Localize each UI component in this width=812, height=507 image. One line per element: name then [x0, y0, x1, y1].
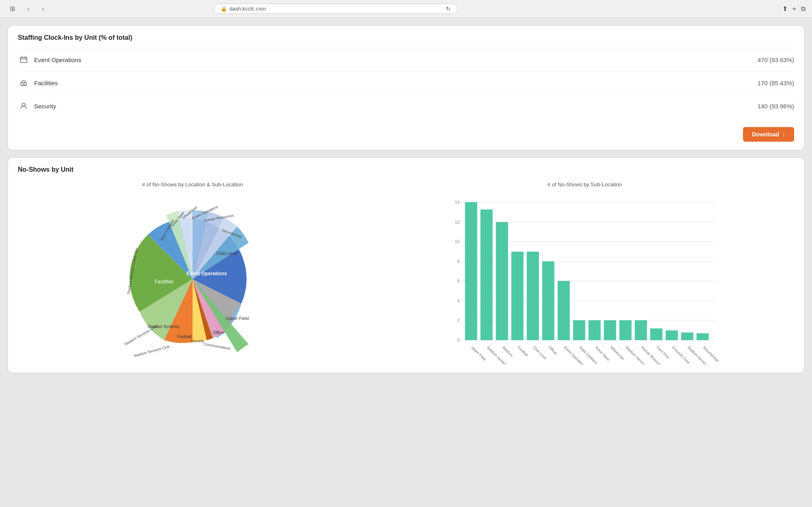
event-ops-value: 470 (93.63%) [758, 56, 794, 63]
outer-label-group-10: Communications [203, 342, 231, 351]
x-label-stadium-systems-2: Stadium [501, 345, 513, 357]
security-icon [18, 100, 29, 112]
bar-fans-first [650, 328, 662, 340]
x-label-upper-field: Upper Field [470, 345, 487, 361]
download-label: Download [752, 131, 779, 138]
bar-grounds-crew [665, 330, 678, 340]
bar-wheelchair [604, 320, 616, 340]
x-label-fans-first: Fans First [656, 345, 670, 360]
y-label-0: 0 [457, 338, 459, 343]
pie-wrapper: Club Level Upper Field Event Operations … [18, 194, 367, 365]
pie-chart-section: # of No-Shows by Location & Sub-Location [18, 181, 367, 365]
x-label-officer: Officer [548, 345, 558, 356]
bar-club-level [526, 252, 539, 340]
x-label-ticket-taker: Ticket Taker [594, 345, 611, 362]
bar-officer [542, 261, 554, 340]
url-text: dash.kccfc.com [230, 6, 266, 12]
svg-rect-0 [20, 57, 27, 63]
share-button[interactable]: ⬆ [782, 5, 788, 13]
outer-label-group-7: Stadium Services Crew [123, 324, 158, 346]
bar-stadium-systems-2 [496, 222, 508, 340]
facilities-name: Facilities [34, 80, 758, 86]
page-content: Staffing Clock-Ins by Unit (% of total) … [0, 18, 812, 389]
windows-tab-button[interactable]: ⧉ [801, 5, 806, 13]
pie-chart-subtitle: # of No-Shows by Location & Sub-Location [18, 181, 367, 188]
y-label-12: 12 [455, 220, 459, 224]
bar-event-ops [557, 281, 569, 340]
event-ops-icon [18, 54, 29, 65]
download-button[interactable]: Download ↓ [743, 127, 794, 142]
bar-chart-subtitle: # of No-Shows by Sub-Location [375, 181, 794, 188]
y-label-4: 4 [457, 298, 459, 303]
bar-stadium-services-club [619, 320, 631, 340]
reload-icon[interactable]: ↻ [446, 6, 450, 12]
staffing-row-event-ops: Event Operations 470 (93.63%) [18, 48, 794, 71]
label-upper-field: Upper Field [225, 316, 249, 321]
y-label-2: 2 [457, 318, 459, 323]
bar-upper-field [465, 202, 477, 340]
label-facilities: Facilities [154, 279, 173, 285]
x-label-club-level: Club Level [532, 345, 547, 360]
y-label-10: 10 [455, 239, 459, 244]
bar-stadium-services-field [681, 332, 693, 340]
y-label-14: 14 [455, 200, 459, 205]
label-officer: Officer [213, 330, 225, 335]
label-event-operations: Event Operations [186, 271, 227, 276]
staffing-card: Staffing Clock-Ins by Unit (% of total) … [8, 26, 804, 150]
noshows-card: No-Shows by Unit # of No-Shows by Locati… [8, 158, 804, 373]
label-security: Security [191, 339, 204, 343]
x-label-wheelchair: Wheelchair [609, 345, 625, 361]
back-button[interactable]: ‹ [23, 3, 34, 15]
bar-football [511, 252, 523, 340]
forward-button[interactable]: › [37, 3, 49, 15]
security-value: 140 (93.96%) [758, 103, 794, 110]
browser-nav: ‹ › [23, 3, 49, 15]
y-label-8: 8 [457, 259, 459, 264]
outer-label-group-8: Stadium Services Club [133, 344, 170, 358]
new-tab-button[interactable]: + [793, 5, 796, 13]
browser-right-icons: ⬆ + ⧉ [782, 5, 806, 13]
lock-icon: 🔒 [221, 6, 227, 12]
staffing-row-facilities: Facilities 170 (85.43%) [18, 71, 794, 94]
label-stadium-services-club: Stadium Services Club [133, 344, 170, 358]
browser-chrome: ⊞ ‹ › 🔒 dash.kccfc.com ↻ ⬆ + ⧉ [0, 0, 812, 18]
noshows-title: No-Shows by Unit [18, 166, 794, 173]
download-area: Download ↓ [18, 121, 794, 142]
bar-stadium-systems-1 [480, 209, 492, 340]
y-label-6: 6 [457, 278, 459, 283]
bar-chart-svg: 0 2 4 6 8 10 12 14 [375, 194, 794, 365]
bar-ticket-taker [588, 320, 600, 340]
charts-container: # of No-Shows by Location & Sub-Location [18, 181, 794, 365]
facilities-icon [18, 77, 29, 88]
bar-human-resources [634, 320, 647, 340]
label-football: Football [177, 334, 192, 339]
windows-button[interactable]: ⊞ [6, 3, 18, 15]
x-label-football: Football [517, 345, 529, 357]
address-bar[interactable]: 🔒 dash.kccfc.com ↻ [214, 4, 457, 14]
pie-chart-svg: Club Level Upper Field Event Operations … [103, 194, 282, 365]
facilities-value: 170 (85.43%) [758, 80, 794, 86]
label-club-level: Club Level [217, 251, 238, 256]
label-communications: Communications [203, 342, 231, 351]
bar-security-dept [696, 333, 708, 340]
event-ops-name: Event Operations [34, 56, 758, 63]
bar-chart-wrapper: 0 2 4 6 8 10 12 14 [375, 194, 794, 365]
label-stadium-services-crew: Stadium Services Crew [123, 324, 158, 346]
download-icon: ↓ [782, 131, 785, 138]
staffing-title: Staffing Clock-Ins by Unit (% of total) [18, 34, 794, 41]
security-name: Security [34, 103, 758, 110]
bar-chart-section: # of No-Shows by Sub-Location [375, 181, 794, 365]
staffing-row-security: Security 140 (93.96%) [18, 94, 794, 117]
bar-sups-captains [573, 320, 585, 340]
